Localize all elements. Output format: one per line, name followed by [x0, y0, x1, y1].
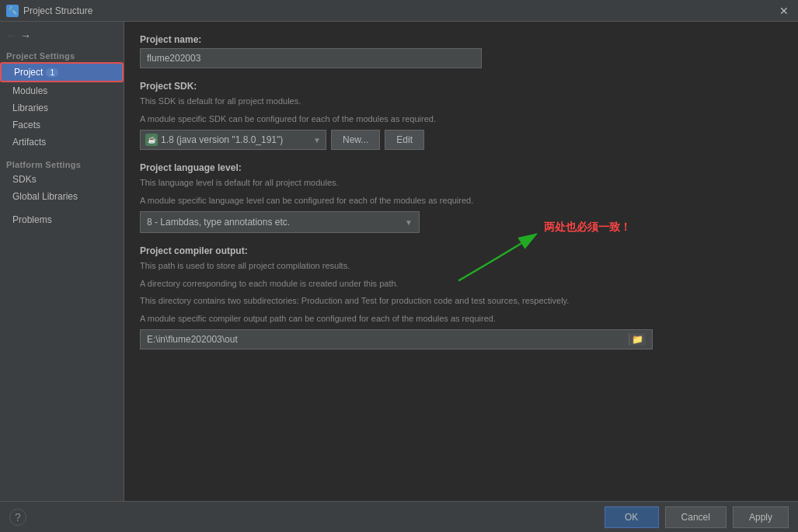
project-badge: 1: [46, 68, 58, 77]
language-value: 8 - Lambdas, type annotations etc.: [147, 217, 290, 228]
compiler-output-section: Project compiler output: This path is us…: [140, 245, 782, 349]
apply-button[interactable]: Apply: [733, 506, 789, 528]
language-level-section: Project language level: This language le…: [140, 162, 782, 233]
sidebar-item-label: Artifacts: [12, 137, 46, 148]
sdk-new-button[interactable]: New...: [331, 130, 380, 150]
back-arrow[interactable]: ←: [6, 30, 17, 42]
sidebar-item-libraries[interactable]: Libraries: [0, 99, 124, 116]
app-icon: 🔧: [6, 5, 19, 17]
sidebar-item-label: Project: [14, 67, 43, 78]
sidebar-item-label: Modules: [12, 85, 47, 96]
cancel-button[interactable]: Cancel: [665, 506, 727, 528]
sdk-row: ☕ 1.8 (java version "1.8.0_191") ▼ New..…: [140, 130, 782, 150]
sdk-value: 1.8 (java version "1.8.0_191"): [161, 134, 310, 145]
sidebar-item-label: Facets: [12, 120, 40, 130]
lang-desc2: A module specific language level can be …: [140, 194, 782, 207]
sdk-dropdown[interactable]: ☕ 1.8 (java version "1.8.0_191") ▼: [140, 130, 326, 150]
sidebar-item-project[interactable]: Project 1: [0, 62, 124, 82]
sidebar-item-modules[interactable]: Modules: [0, 82, 124, 99]
chevron-down-icon: ▼: [405, 218, 413, 227]
forward-arrow[interactable]: →: [20, 30, 31, 42]
sdk-desc2: A module specific SDK can be configured …: [140, 113, 782, 126]
language-level-label: Project language level:: [140, 162, 782, 173]
compiler-desc4: A module specific compiler output path c…: [140, 312, 782, 325]
sidebar-item-label: Problems: [12, 214, 52, 225]
compiler-desc1: This path is used to store all project c…: [140, 259, 782, 273]
sidebar-item-facets[interactable]: Facets: [0, 116, 124, 134]
lang-desc1: This language level is default for all p…: [140, 176, 782, 190]
project-settings-label: Project Settings: [0, 48, 124, 62]
nav-arrows: ← →: [0, 26, 124, 48]
sidebar-item-label: SDKs: [12, 174, 37, 185]
sidebar: ← → Project Settings Project 1 Modules L…: [0, 22, 124, 501]
sidebar-item-artifacts[interactable]: Artifacts: [0, 134, 124, 151]
sdk-edit-button[interactable]: Edit: [385, 130, 424, 150]
compiler-output-row: E:\in\flume202003\out 📁: [140, 329, 653, 349]
sidebar-item-global-libraries[interactable]: Global Libraries: [0, 188, 124, 205]
project-name-label: Project name:: [140, 34, 782, 45]
sdk-icon: ☕: [145, 134, 158, 146]
compiler-output-label: Project compiler output:: [140, 245, 782, 256]
title-bar-text: Project Structure: [23, 5, 772, 16]
sdk-desc1: This SDK is default for all project modu…: [140, 95, 782, 108]
project-sdk-section: Project SDK: This SDK is default for all…: [140, 81, 782, 150]
sidebar-item-label: Libraries: [12, 103, 48, 113]
project-name-input[interactable]: [140, 48, 482, 68]
compiler-desc2: A directory corresponding to each module…: [140, 277, 782, 290]
sidebar-item-sdks[interactable]: SDKs: [0, 171, 124, 188]
language-dropdown[interactable]: 8 - Lambdas, type annotations etc. ▼: [140, 211, 420, 233]
chevron-down-icon: ▼: [313, 136, 321, 144]
bottom-left: ?: [9, 509, 598, 526]
content-area: Project name: Project SDK: This SDK is d…: [124, 22, 798, 501]
title-bar: 🔧 Project Structure ✕: [0, 0, 798, 22]
project-name-section: Project name:: [140, 34, 782, 68]
sidebar-item-problems[interactable]: Problems: [0, 211, 124, 228]
compiler-output-browse-button[interactable]: 📁: [629, 333, 646, 346]
ok-button[interactable]: OK: [605, 506, 659, 528]
compiler-output-value: E:\in\flume202003\out: [147, 334, 629, 345]
compiler-desc3: This directory contains two subdirectori…: [140, 294, 782, 308]
close-button[interactable]: ✕: [776, 3, 792, 19]
help-button[interactable]: ?: [9, 509, 26, 526]
sidebar-item-label: Global Libraries: [12, 191, 78, 202]
platform-settings-label: Platform Settings: [0, 157, 124, 171]
bottom-bar: ? OK Cancel Apply: [0, 501, 798, 532]
project-sdk-label: Project SDK:: [140, 81, 782, 92]
